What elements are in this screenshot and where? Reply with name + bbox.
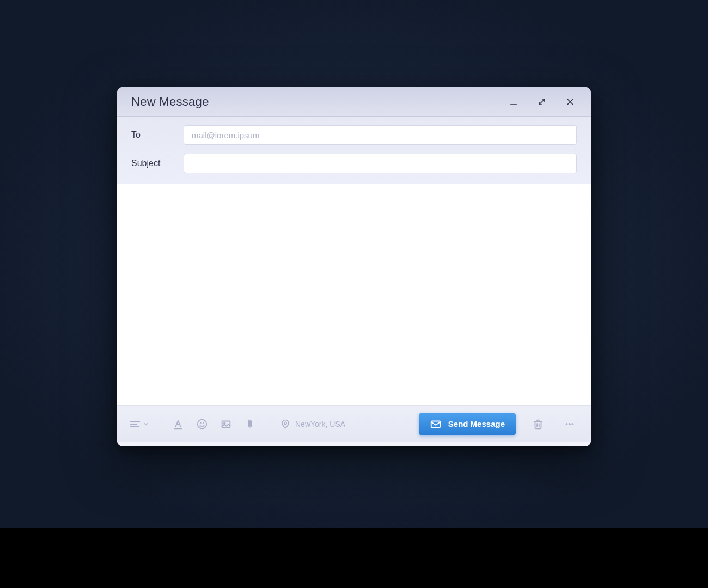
subject-label: Subject xyxy=(131,158,184,168)
svg-point-10 xyxy=(200,422,201,423)
envelope-icon xyxy=(430,418,442,430)
message-body[interactable] xyxy=(117,184,591,405)
to-input[interactable] xyxy=(184,125,577,145)
footer-bar xyxy=(0,528,708,588)
expand-button[interactable] xyxy=(535,95,548,108)
send-button-label: Send Message xyxy=(448,419,505,428)
emoji-icon xyxy=(196,418,208,430)
svg-point-20 xyxy=(572,423,573,425)
text-color-icon xyxy=(172,418,184,430)
delete-button[interactable] xyxy=(529,415,547,433)
trash-icon xyxy=(532,418,544,430)
chevron-down-icon xyxy=(142,420,150,428)
toolbar: NewYork, USA Send Message xyxy=(117,405,591,442)
attach-button[interactable] xyxy=(241,415,259,433)
expand-icon xyxy=(536,96,547,107)
svg-point-9 xyxy=(198,419,207,428)
subject-row: Subject xyxy=(131,154,577,173)
titlebar: New Message xyxy=(117,87,591,117)
emoji-button[interactable] xyxy=(193,415,211,433)
compose-window: New Message To Subject xyxy=(117,87,591,446)
align-left-icon xyxy=(129,418,141,430)
subject-input[interactable] xyxy=(184,154,577,173)
svg-point-14 xyxy=(284,422,286,424)
svg-point-11 xyxy=(203,422,204,423)
to-label: To xyxy=(131,130,184,140)
to-row: To xyxy=(131,125,577,145)
svg-point-19 xyxy=(569,423,571,425)
location-indicator[interactable]: NewYork, USA xyxy=(280,419,345,430)
close-button[interactable] xyxy=(564,95,577,108)
svg-rect-15 xyxy=(431,421,441,427)
image-button[interactable] xyxy=(217,415,235,433)
close-icon xyxy=(565,96,576,107)
send-button[interactable]: Send Message xyxy=(419,413,516,435)
image-icon xyxy=(220,418,232,430)
window-title: New Message xyxy=(131,95,209,109)
location-text: NewYork, USA xyxy=(295,420,345,428)
toolbar-divider xyxy=(161,416,161,432)
align-dropdown[interactable] xyxy=(129,418,150,430)
svg-line-1 xyxy=(539,99,545,105)
header-fields: To Subject xyxy=(117,117,591,184)
minimize-button[interactable] xyxy=(507,95,520,108)
svg-point-18 xyxy=(566,423,567,425)
more-icon xyxy=(564,418,576,430)
paperclip-icon xyxy=(244,418,256,430)
more-button[interactable] xyxy=(560,415,579,433)
minimize-icon xyxy=(508,96,519,107)
text-color-button[interactable] xyxy=(169,415,187,433)
location-pin-icon xyxy=(280,419,291,430)
